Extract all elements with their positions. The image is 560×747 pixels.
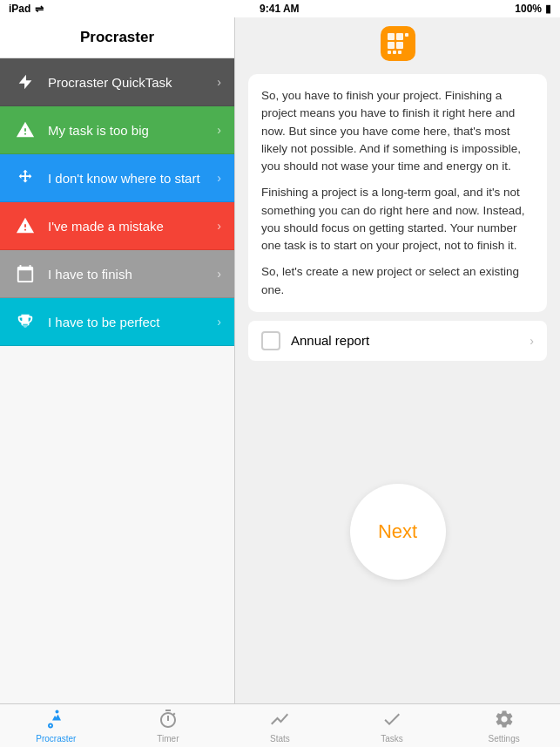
svg-rect-2 bbox=[405, 33, 408, 37]
calendar-icon bbox=[13, 261, 37, 286]
sidebar-item-perfect-label: I have to be perfect bbox=[48, 315, 217, 329]
info-text-1: So, you have to finish your project. Fin… bbox=[261, 87, 534, 175]
status-left: iPad ⇌ bbox=[9, 3, 44, 15]
sidebar-item-quicktask[interactable]: Procraster QuickTask › bbox=[0, 58, 234, 106]
svg-rect-5 bbox=[388, 51, 391, 54]
next-button-label: Next bbox=[378, 520, 417, 543]
tasks-tab-icon bbox=[381, 709, 402, 732]
sidebar: Procraster Procraster QuickTask › My tas… bbox=[0, 17, 235, 703]
next-button-area: Next bbox=[235, 361, 560, 703]
sidebar-item-perfect[interactable]: I have to be perfect › bbox=[0, 298, 234, 346]
chevron-right-icon: › bbox=[217, 171, 221, 185]
project-checkbox[interactable] bbox=[261, 331, 280, 350]
tab-settings-label: Settings bbox=[489, 734, 520, 744]
sidebar-item-toobig[interactable]: My task is too big › bbox=[0, 106, 234, 154]
status-right: 100% ▮ bbox=[515, 3, 551, 15]
info-text-2: Finishing a project is a long-term goal,… bbox=[261, 184, 534, 255]
sidebar-item-mistake-label: I've made a mistake bbox=[48, 219, 217, 234]
tab-procraster-label: Procraster bbox=[36, 734, 76, 744]
warning-icon bbox=[13, 214, 37, 238]
svg-rect-4 bbox=[396, 42, 403, 49]
settings-tab-icon bbox=[494, 709, 515, 732]
sidebar-item-dontknow-label: I don't know where to start bbox=[48, 171, 217, 186]
trophy-icon bbox=[13, 309, 37, 334]
timer-tab-icon bbox=[158, 709, 179, 732]
svg-rect-0 bbox=[388, 33, 395, 40]
chevron-right-icon: › bbox=[217, 219, 221, 233]
tab-tasks-label: Tasks bbox=[381, 734, 403, 744]
sidebar-item-finish-label: I have to finish bbox=[48, 267, 217, 282]
battery-label: 100% bbox=[515, 3, 542, 15]
sidebar-item-mistake[interactable]: I've made a mistake › bbox=[0, 202, 234, 250]
next-button[interactable]: Next bbox=[350, 484, 446, 580]
svg-rect-7 bbox=[398, 51, 401, 54]
sidebar-item-finish[interactable]: I have to finish › bbox=[0, 250, 234, 298]
sidebar-title: Procraster bbox=[0, 17, 234, 58]
wifi-icon: ⇌ bbox=[35, 3, 44, 15]
chevron-right-icon: › bbox=[217, 315, 221, 329]
time-label: 9:41 AM bbox=[260, 3, 300, 15]
svg-rect-1 bbox=[396, 33, 403, 40]
sidebar-item-quicktask-label: Procraster QuickTask bbox=[48, 75, 217, 90]
info-card: So, you have to finish your project. Fin… bbox=[248, 74, 547, 312]
procraster-tab-icon bbox=[45, 709, 66, 732]
tab-timer[interactable]: Timer bbox=[112, 704, 225, 747]
app-icon bbox=[381, 26, 415, 61]
arrows-icon bbox=[13, 166, 37, 190]
sidebar-item-dontknow[interactable]: I don't know where to start › bbox=[0, 154, 234, 202]
tab-stats-label: Stats bbox=[270, 734, 290, 744]
info-text-3: So, let's create a new project or select… bbox=[261, 263, 534, 299]
tab-tasks[interactable]: Tasks bbox=[336, 704, 449, 747]
chevron-right-icon: › bbox=[217, 75, 221, 89]
tab-bar: Procraster Timer Stats Tasks bbox=[0, 703, 560, 747]
tab-timer-label: Timer bbox=[157, 734, 179, 744]
carrier-label: iPad bbox=[9, 3, 30, 15]
main-layout: Procraster Procraster QuickTask › My tas… bbox=[0, 17, 560, 703]
project-chevron-icon: › bbox=[530, 334, 534, 348]
project-row[interactable]: Annual report › bbox=[248, 321, 547, 361]
tab-stats[interactable]: Stats bbox=[224, 704, 336, 747]
project-label: Annual report bbox=[291, 333, 530, 348]
triangle-icon bbox=[13, 118, 37, 142]
tab-procraster[interactable]: Procraster bbox=[0, 704, 112, 747]
chevron-right-icon: › bbox=[217, 123, 221, 137]
svg-rect-6 bbox=[393, 51, 396, 54]
chevron-right-icon: › bbox=[217, 267, 221, 281]
stats-tab-icon bbox=[269, 709, 290, 732]
content-header bbox=[235, 17, 560, 70]
content-area: So, you have to finish your project. Fin… bbox=[235, 17, 560, 703]
sidebar-item-toobig-label: My task is too big bbox=[48, 123, 217, 138]
svg-rect-3 bbox=[388, 42, 395, 49]
lightning-icon bbox=[13, 70, 37, 94]
status-bar: iPad ⇌ 9:41 AM 100% ▮ bbox=[0, 0, 560, 17]
tab-settings[interactable]: Settings bbox=[448, 704, 560, 747]
battery-icon: ▮ bbox=[545, 3, 551, 15]
